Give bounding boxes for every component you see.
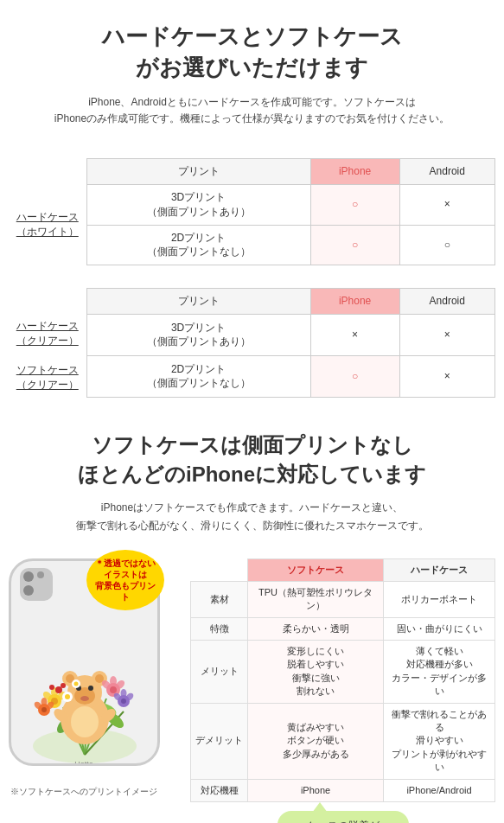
hard-demerit: 衝撃で割れることがある滑りやすいプリントが剥がれやすい: [384, 703, 495, 779]
annotation-bubble: ＊透過ではないイラストは背景色もプリント: [86, 550, 164, 610]
brand-text: HottoMotto: [74, 760, 94, 766]
row-material: 素材 TPU（熱可塑性ポリウレタン） ポリカーボネート: [191, 581, 495, 617]
phone-area: ＊透過ではないイラストは背景色もプリント: [9, 558, 182, 798]
key-device: 対応機種: [191, 779, 248, 801]
soft-material: TPU（熱可塑性ポリウレタン）: [248, 581, 384, 617]
hard-merit: 薄くて軽い対応機種が多いカラー・デザインが多い: [384, 641, 495, 704]
soft-demerit: 黄ばみやすいボタンが硬い多少厚みがある: [248, 703, 384, 779]
col-print-header: プリント: [86, 159, 310, 185]
col-android-header-2: Android: [399, 289, 494, 315]
svg-point-48: [49, 685, 54, 690]
iphone-2d-1: ○: [310, 225, 399, 265]
iphone-3d-2: ×: [310, 314, 399, 355]
row-merit: メリット 変形しにくい脱着しやすい衝撃に強い割れない 薄くて軽い対応機種が多いカ…: [191, 641, 495, 704]
android-3d-1: ×: [399, 184, 494, 225]
key-feature: 特徴: [191, 617, 248, 640]
android-3d-2: ×: [399, 314, 494, 355]
table1-wrapper: プリント iPhone Android ハードケース（ホワイト） 3Dプリント（…: [0, 158, 504, 265]
top-section: ハードケースとソフトケースがお選びいただけます iPhone、Androidとも…: [0, 0, 504, 158]
case-table-2: プリント iPhone Android ハードケース（クリアー）ソフトケース（ク…: [9, 288, 495, 398]
print-2d-1: 2Dプリント（側面プリントなし）: [86, 225, 310, 265]
main-title: ハードケースとソフトケースがお選びいただけます: [17, 21, 487, 84]
case-table-1: プリント iPhone Android ハードケース（ホワイト） 3Dプリント（…: [9, 158, 495, 265]
col-print-header-2: プリント: [86, 289, 310, 315]
svg-point-20: [71, 706, 99, 737]
callout-area: ケースの脱着が苦手な方におすすめ。: [190, 811, 495, 823]
key-demerit: デメリット: [191, 703, 248, 779]
col-android-header-1: Android: [399, 159, 494, 185]
iphone-2d-2: ○: [310, 355, 399, 397]
svg-point-19: [80, 696, 89, 701]
phone-note: ※ソフトケースへのプリントイメージ: [9, 786, 182, 798]
print-2d-2: 2Dプリント（側面プリントなし）: [86, 355, 310, 397]
callout-bubble: ケースの脱着が苦手な方におすすめ。: [278, 811, 409, 823]
svg-point-49: [61, 683, 66, 688]
svg-point-34: [110, 686, 117, 693]
row-feature: 特徴 柔らかい・透明 固い・曲がりにくい: [191, 617, 495, 640]
middle-title: ソフトケースは側面プリントなしほとんどのiPhoneに対応しています: [17, 431, 487, 488]
print-3d-1: 3Dプリント（側面プリントあり）: [86, 184, 310, 225]
svg-point-46: [74, 681, 79, 686]
svg-point-40: [121, 689, 127, 698]
print-3d-2: 3Dプリント（側面プリントあり）: [86, 314, 310, 355]
key-merit: メリット: [191, 641, 248, 704]
subtitle-text: iPhone、Androidともにハードケースを作成可能です。ソフトケースはiP…: [17, 94, 487, 127]
row-device: 対応機種 iPhone iPhone/Android: [191, 779, 495, 801]
soft-feature: 柔らかい・透明: [248, 617, 384, 640]
hard-header: ハードケース: [384, 558, 495, 581]
callout-wrapper: ケースの脱着が苦手な方におすすめ。: [278, 811, 409, 823]
hard-feature: 固い・曲がりにくい: [384, 617, 495, 640]
compare-table: ソフトケース ハードケース 素材 TPU（熱可塑性ポリウレタン） ポリカーボネー…: [190, 558, 495, 802]
soft-merit: 変形しにくい脱着しやすい衝撃に強い割れない: [248, 641, 384, 704]
callout-arrow: [312, 802, 328, 813]
svg-point-18: [88, 686, 93, 691]
bottom-content: ＊透過ではないイラストは背景色もプリント: [0, 558, 504, 823]
hardcase-clear-label: ハードケース（クリアー）ソフトケース（クリアー）: [9, 314, 86, 397]
col-iphone-header-2: iPhone: [310, 289, 399, 315]
android-2d-1: ○: [399, 225, 494, 265]
hard-device: iPhone/Android: [384, 779, 495, 801]
row-demerit: デメリット 黄ばみやすいボタンが硬い多少厚みがある 衝撃で割れることがある滑りや…: [191, 703, 495, 779]
svg-point-44: [65, 694, 70, 699]
middle-subtitle: iPhoneはソフトケースでも作成できます。ハードケースと違い、衝撃で割れる心配…: [17, 499, 487, 534]
annotation-text: ＊透過ではないイラストは背景色もプリント: [92, 558, 159, 603]
svg-point-39: [121, 699, 126, 704]
middle-section: ソフトケースは側面プリントなしほとんどのiPhoneに対応しています iPhon…: [0, 406, 504, 558]
svg-point-35: [110, 676, 117, 686]
hardcase-white-label: ハードケース（ホワイト）: [9, 184, 86, 265]
iphone-3d-1: ○: [310, 184, 399, 225]
svg-point-30: [41, 698, 48, 706]
hard-material: ポリカーボネート: [384, 581, 495, 617]
col-iphone-header-1: iPhone: [310, 159, 399, 185]
table2-wrapper: プリント iPhone Android ハードケース（クリアー）ソフトケース（ク…: [0, 288, 504, 398]
right-table-area: ソフトケース ハードケース 素材 TPU（熱可塑性ポリウレタン） ポリカーボネー…: [190, 558, 495, 823]
key-material: 素材: [191, 581, 248, 617]
svg-point-47: [55, 686, 62, 693]
android-2d-2: ×: [399, 355, 494, 397]
soft-header: ソフトケース: [248, 558, 384, 581]
svg-point-29: [41, 707, 47, 712]
soft-device: iPhone: [248, 779, 384, 801]
